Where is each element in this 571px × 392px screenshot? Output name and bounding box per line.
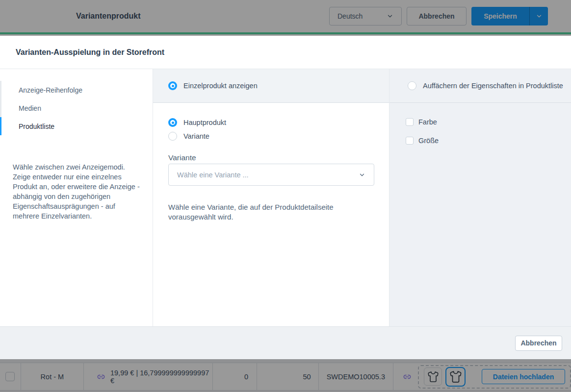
variant-select-label: Variante	[168, 153, 369, 162]
variant-select-help: Wähle eine Variante, die auf der Produkt…	[168, 202, 364, 222]
price-cell: 19,99 € | 16,799999999999997 €	[84, 363, 213, 390]
groesse-checkbox-label: Größe	[418, 137, 439, 145]
expand-properties-option: Auffächern der Eigenschaften in Produktl…	[389, 69, 571, 103]
modal-sidebar: Anzeige-Reihenfolge Medien Produktliste …	[0, 69, 153, 326]
single-product-option-label: Einzelprodukt anzeigen	[183, 82, 258, 90]
sidebar-description: Wähle zwischen zwei Anzeigemodi. Zeige e…	[13, 162, 141, 221]
product-number: SWDEMO10005.3	[327, 373, 385, 381]
variant-grid: Rot - M 19,99 € | 16,799999999999997 € 0…	[0, 359, 571, 392]
expand-properties-option-label: Auffächern der Eigenschaften in Produktl…	[423, 82, 563, 90]
stock-value: 0	[244, 373, 248, 381]
row-select-cell	[0, 363, 21, 390]
available-cell: 50	[257, 363, 319, 390]
variant-select-placeholder: Wähle eine Variante ...	[177, 171, 249, 179]
single-product-content: Hauptprodukt Variante Variante Wähle ein…	[153, 103, 389, 222]
sidebar-item-label: Medien	[19, 104, 41, 112]
chevron-down-icon	[359, 172, 365, 178]
row-checkbox[interactable]	[5, 372, 15, 381]
modal-header: Varianten-Ausspielung in der Storefront	[0, 36, 571, 69]
link-icon[interactable]	[402, 373, 412, 381]
media-upload-dropzone[interactable]: Dateien hochladen	[418, 365, 571, 389]
variant-delivery-modal: Varianten-Ausspielung in der Storefront …	[0, 36, 571, 359]
page-title: Variantenprodukt	[76, 0, 141, 32]
variant-name-cell: Rot - M	[21, 363, 84, 390]
save-button-label: Speichern	[484, 12, 517, 20]
variant-radio-row: Variante	[168, 131, 369, 142]
cancel-button-label: Abbrechen	[418, 12, 454, 20]
shirt-icon	[427, 371, 439, 383]
expand-properties-radio[interactable]	[408, 81, 416, 90]
modal-footer: Abbrechen	[0, 326, 571, 359]
cancel-button[interactable]: Abbrechen	[407, 7, 467, 25]
sidebar-item-anzeige-reihenfolge[interactable]: Anzeige-Reihenfolge	[0, 81, 153, 99]
sidebar-item-label: Anzeige-Reihenfolge	[19, 86, 82, 94]
main-product-radio[interactable]	[168, 118, 177, 127]
expand-properties-panel: Auffächern der Eigenschaften in Produktl…	[389, 69, 571, 326]
modal-cancel-label: Abbrechen	[520, 339, 556, 347]
property-checkbox-list: Farbe Größe	[389, 103, 571, 145]
modal-body: Anzeige-Reihenfolge Medien Produktliste …	[0, 69, 571, 326]
property-row-farbe: Farbe	[406, 118, 571, 126]
save-button[interactable]: Speichern	[471, 7, 529, 25]
save-dropdown-toggle[interactable]	[530, 7, 548, 25]
single-product-panel: Einzelprodukt anzeigen Hauptprodukt Vari…	[153, 69, 389, 326]
variant-name: Rot - M	[41, 373, 64, 381]
farbe-checkbox[interactable]	[406, 118, 414, 126]
modal-cancel-button[interactable]: Abbrechen	[515, 336, 562, 351]
language-select[interactable]: Deutsch	[329, 7, 402, 25]
smart-bar: Variantenprodukt Deutsch Abbrechen Speic…	[0, 0, 571, 35]
language-select-value: Deutsch	[337, 12, 363, 20]
property-row-groesse: Größe	[406, 137, 571, 145]
table-row: Rot - M 19,99 € | 16,799999999999997 € 0…	[0, 363, 571, 391]
media-thumbnail[interactable]	[424, 368, 442, 386]
screen: Variantenprodukt Deutsch Abbrechen Speic…	[0, 0, 571, 392]
sidebar-item-label: Produktliste	[19, 122, 54, 130]
stock-cell: 0	[213, 363, 257, 390]
sidebar-item-produktliste[interactable]: Produktliste	[0, 117, 153, 135]
main-product-radio-row: Hauptprodukt	[168, 117, 369, 128]
single-product-radio[interactable]	[168, 81, 177, 90]
media-thumbnail-selected[interactable]	[445, 367, 466, 387]
main-product-radio-label: Hauptprodukt	[183, 119, 226, 126]
modal-title: Varianten-Ausspielung in der Storefront	[16, 48, 164, 57]
chevron-down-icon	[387, 13, 393, 20]
variant-radio[interactable]	[168, 132, 177, 141]
save-split-button: Speichern	[471, 7, 548, 25]
variant-radio-label: Variante	[183, 132, 209, 140]
media-cell: Dateien hochladen	[393, 363, 571, 390]
single-product-option: Einzelprodukt anzeigen	[153, 69, 389, 103]
chevron-down-icon	[536, 13, 543, 20]
groesse-checkbox[interactable]	[406, 137, 414, 145]
available-value: 50	[303, 373, 311, 381]
variant-select[interactable]: Wähle eine Variante ...	[168, 164, 374, 186]
smart-bar-actions: Deutsch Abbrechen Speichern	[329, 7, 548, 25]
price-value: 19,99 € | 16,799999999999997 €	[110, 369, 212, 385]
smart-bar-accent-line	[0, 32, 571, 34]
shirt-icon	[449, 370, 462, 383]
sidebar-item-medien[interactable]: Medien	[0, 99, 153, 117]
farbe-checkbox-label: Farbe	[418, 118, 437, 126]
product-number-cell: SWDEMO10005.3	[319, 363, 393, 390]
link-icon[interactable]	[96, 373, 106, 381]
upload-files-label: Dateien hochladen	[493, 373, 554, 381]
upload-files-button[interactable]: Dateien hochladen	[482, 369, 565, 384]
